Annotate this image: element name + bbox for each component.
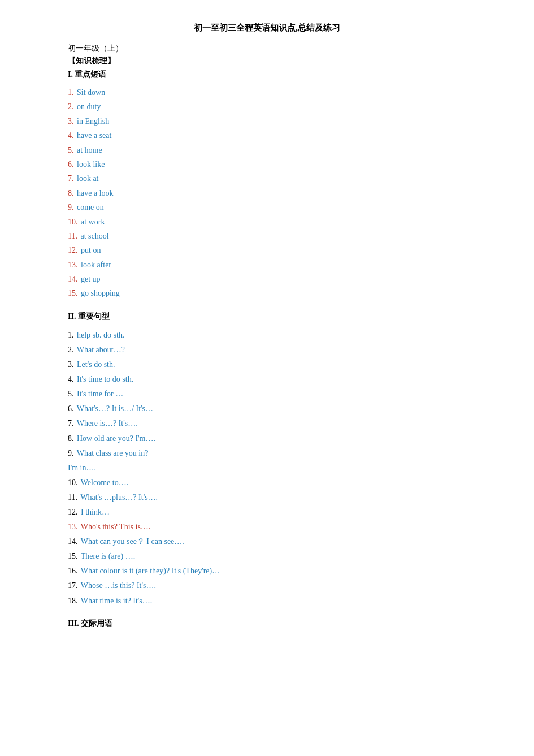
sentence-num: 8. bbox=[68, 434, 74, 443]
sentence-num: 7. bbox=[68, 419, 74, 427]
phrase-text: at home bbox=[77, 146, 102, 154]
sentence-text: What time is it? It's…. bbox=[81, 597, 153, 605]
phrase-num: 6. bbox=[68, 160, 74, 169]
list-item: I'm in…. bbox=[68, 461, 466, 474]
phrase-text: at school bbox=[80, 232, 108, 240]
sentence-num: 5. bbox=[68, 390, 74, 398]
sentence-text: What class are you in? bbox=[77, 449, 149, 457]
phrase-text: get up bbox=[81, 275, 101, 283]
list-item: 17. Whose …is this? It's…. bbox=[68, 579, 466, 592]
knowledge-tag: 【知识梳理】 bbox=[68, 56, 466, 66]
list-item: 1. help sb. do sth. bbox=[68, 329, 466, 342]
phrase-num: 10. bbox=[68, 218, 78, 226]
phrase-text: look at bbox=[77, 174, 99, 183]
phrase-text: on duty bbox=[77, 102, 101, 111]
phrase-num: 3. bbox=[68, 117, 74, 126]
phrase-text: Sit down bbox=[77, 88, 105, 97]
sentence-num: 4. bbox=[68, 375, 74, 383]
list-item: 1. Sit down bbox=[68, 87, 466, 99]
list-item: 4. have a seat bbox=[68, 129, 466, 142]
sentence-num: 13. bbox=[68, 522, 78, 531]
sentence-num: 3. bbox=[68, 360, 74, 369]
sentence-list: 1. help sb. do sth. 2. What about…? 3. L… bbox=[68, 329, 466, 607]
list-item: 12. I think… bbox=[68, 506, 466, 519]
phrase-text: have a look bbox=[77, 189, 114, 197]
phrase-text: put on bbox=[81, 246, 101, 254]
section-2: II. 重要句型 1. help sb. do sth. 2. What abo… bbox=[68, 312, 466, 607]
list-item: 7. look at bbox=[68, 172, 466, 185]
sentence-text: What colour is it (are they)? It's (They… bbox=[81, 567, 220, 575]
phrase-num: 12. bbox=[68, 246, 78, 254]
phrase-text: look like bbox=[77, 160, 105, 169]
phrase-list: 1. Sit down 2. on duty 3. in English 4. … bbox=[68, 87, 466, 300]
sentence-text: I think… bbox=[81, 508, 110, 516]
phrase-num: 5. bbox=[68, 146, 74, 154]
list-item: 11. What's …plus…? It's…. bbox=[68, 491, 466, 504]
list-item: 6. look like bbox=[68, 158, 466, 171]
sentence-text: What about…? bbox=[77, 345, 125, 354]
phrase-num: 15. bbox=[68, 289, 78, 297]
sentence-text: What can you see？ I can see…. bbox=[81, 537, 184, 546]
list-item: 13. Who's this? This is…. bbox=[68, 520, 466, 533]
list-item: 2. What about…? bbox=[68, 343, 466, 356]
sentence-text: It's time to do sth. bbox=[77, 375, 133, 383]
list-item: 11. at school bbox=[68, 230, 466, 243]
list-item: 14. get up bbox=[68, 273, 466, 286]
list-item: 10. at work bbox=[68, 216, 466, 228]
sentence-text: Whose …is this? It's…. bbox=[81, 581, 156, 590]
phrase-num: 14. bbox=[68, 275, 78, 283]
phrase-text: look after bbox=[81, 261, 111, 269]
list-item: 5. It's time for … bbox=[68, 387, 466, 400]
sentence-text: Where is…? It's…. bbox=[77, 419, 138, 427]
list-item: 7. Where is…? It's…. bbox=[68, 417, 466, 430]
section2-heading: II. 重要句型 bbox=[68, 312, 466, 322]
list-item: 8. have a look bbox=[68, 187, 466, 200]
sentence-num: 12. bbox=[68, 508, 78, 516]
list-item: 9. come on bbox=[68, 201, 466, 214]
list-item: 9. What class are you in? bbox=[68, 447, 466, 460]
sentence-text: Who's this? This is…. bbox=[81, 522, 151, 531]
list-item: 3. Let's do sth. bbox=[68, 358, 466, 371]
section1-heading: I. 重点短语 bbox=[68, 70, 466, 80]
sentence-text: It's time for … bbox=[77, 390, 123, 398]
sentence-num: 9. bbox=[68, 449, 74, 457]
sentence-num: 14. bbox=[68, 537, 78, 546]
list-item: 2. on duty bbox=[68, 101, 466, 113]
sentence-num: 17. bbox=[68, 581, 78, 590]
sentence-num: 10. bbox=[68, 478, 78, 487]
list-item: 4. It's time to do sth. bbox=[68, 373, 466, 386]
sentence-text: How old are you? I'm…. bbox=[77, 434, 155, 443]
sentence-text: I'm in…. bbox=[68, 464, 96, 472]
phrase-num: 13. bbox=[68, 261, 78, 269]
sentence-text: What's…? It is…/ It's… bbox=[77, 404, 153, 413]
list-item: 10. Welcome to…. bbox=[68, 476, 466, 489]
sentence-text: There is (are) …. bbox=[81, 552, 135, 560]
phrase-text: at work bbox=[81, 218, 105, 226]
sentence-text: Let's do sth. bbox=[77, 360, 115, 369]
sentence-num: 11. bbox=[68, 493, 77, 502]
list-item: 14. What can you see？ I can see…. bbox=[68, 535, 466, 548]
grade-heading: 初一年级（上） bbox=[68, 44, 466, 54]
section-1: I. 重点短语 1. Sit down 2. on duty 3. in Eng… bbox=[68, 70, 466, 300]
phrase-text: go shopping bbox=[81, 289, 120, 297]
phrase-num: 8. bbox=[68, 189, 74, 197]
list-item: 6. What's…? It is…/ It's… bbox=[68, 402, 466, 415]
sentence-text: What's …plus…? It's…. bbox=[80, 493, 158, 502]
sentence-num: 18. bbox=[68, 597, 78, 605]
sentence-num: 15. bbox=[68, 552, 78, 560]
sentence-num: 1. bbox=[68, 331, 74, 339]
sentence-num: 16. bbox=[68, 567, 78, 575]
sentence-text: Welcome to…. bbox=[81, 478, 128, 487]
list-item: 13. look after bbox=[68, 259, 466, 271]
list-item: 12. put on bbox=[68, 244, 466, 257]
phrase-num: 2. bbox=[68, 102, 74, 111]
phrase-text: come on bbox=[77, 203, 104, 211]
sentence-num: 6. bbox=[68, 404, 74, 413]
section-3: III. 交际用语 bbox=[68, 619, 466, 629]
list-item: 8. How old are you? I'm…. bbox=[68, 432, 466, 445]
phrase-text: in English bbox=[77, 117, 109, 126]
list-item: 3. in English bbox=[68, 115, 466, 128]
sentence-num: 2. bbox=[68, 345, 74, 354]
phrase-num: 1. bbox=[68, 88, 74, 97]
phrase-num: 9. bbox=[68, 203, 74, 211]
